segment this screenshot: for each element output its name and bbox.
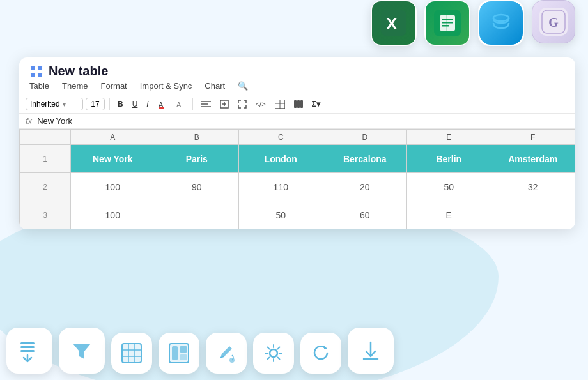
svg-rect-12 <box>31 66 35 70</box>
corner-cell <box>20 130 71 145</box>
card-title: New table <box>49 64 108 79</box>
svg-rect-28 <box>294 100 297 108</box>
svg-text:X: X <box>386 14 398 33</box>
download-icon-card[interactable] <box>348 328 394 374</box>
align-button[interactable] <box>197 99 214 109</box>
toolbar-sep-2 <box>192 98 193 110</box>
cell-f2[interactable]: 32 <box>491 173 575 201</box>
col-header-f[interactable]: F <box>491 130 575 145</box>
cell-b2[interactable]: 90 <box>155 173 239 201</box>
columns-button[interactable] <box>291 99 306 109</box>
cell-a1[interactable]: New York <box>71 145 155 173</box>
table-grid-icon-card[interactable] <box>111 333 152 374</box>
svg-point-8 <box>493 15 509 21</box>
bottom-floating-icons <box>6 328 394 374</box>
svg-text:G: G <box>548 15 559 29</box>
svg-point-47 <box>270 349 277 357</box>
table-row: 1 New York Paris London Bercalona Berlin… <box>20 145 575 173</box>
sheets-icon-card[interactable] <box>424 0 470 46</box>
table-button[interactable] <box>272 98 288 110</box>
expand-button[interactable] <box>235 98 250 110</box>
table-row: 3 100 50 60 E <box>20 201 575 229</box>
sheets-icon <box>426 1 469 45</box>
row-num-2: 2 <box>20 173 71 201</box>
font-size-input[interactable] <box>86 98 105 110</box>
cell-a3[interactable]: 100 <box>71 201 155 229</box>
col-header-c[interactable]: C <box>239 130 323 145</box>
svg-rect-15 <box>38 73 42 77</box>
refresh-icon-card[interactable] <box>300 333 341 374</box>
text-color-button[interactable]: A <box>173 98 188 110</box>
column-header-row: A B C D E F <box>20 130 575 145</box>
formula-value[interactable]: New York <box>37 116 72 126</box>
import-list-icon-card[interactable] <box>6 328 52 374</box>
cell-d3[interactable]: 60 <box>323 201 407 229</box>
database-icon-card[interactable] <box>478 0 524 46</box>
filter-icon-card[interactable] <box>59 328 105 374</box>
cell-b3[interactable] <box>155 201 239 229</box>
font-color-button[interactable]: A <box>155 98 170 110</box>
paint-bucket-icon-card[interactable] <box>206 333 247 374</box>
cell-a2[interactable]: 100 <box>71 173 155 201</box>
svg-rect-5 <box>442 22 453 24</box>
menu-theme[interactable]: Theme <box>62 81 88 91</box>
cell-c3[interactable]: 50 <box>239 201 323 229</box>
vertical-align-button[interactable] <box>217 98 232 110</box>
svg-rect-14 <box>31 73 35 77</box>
table-row: 2 100 90 110 20 50 32 <box>20 173 575 201</box>
cell-f3[interactable] <box>491 201 575 229</box>
menu-chart[interactable]: Chart <box>205 81 225 91</box>
menu-table[interactable]: Table <box>29 81 49 91</box>
font-selector[interactable]: Inherited ▾ <box>26 98 83 110</box>
menu-import-sync[interactable]: Import & Sync <box>140 81 192 91</box>
cell-d1[interactable]: Bercalona <box>323 145 407 173</box>
formula-label: fx <box>26 116 32 126</box>
mystery-icon-card[interactable]: G <box>532 0 575 43</box>
svg-rect-31 <box>20 342 35 344</box>
cell-c2[interactable]: 110 <box>239 173 323 201</box>
svg-marker-48 <box>324 346 328 349</box>
cell-d2[interactable]: 20 <box>323 173 407 201</box>
row-num-3: 3 <box>20 201 71 229</box>
cell-c1[interactable]: London <box>239 145 323 173</box>
svg-rect-32 <box>20 346 35 348</box>
cell-e1[interactable]: Berlin <box>407 145 491 173</box>
cell-e3[interactable]: E <box>407 201 491 229</box>
top-floating-icons: X G <box>371 0 575 46</box>
col-header-d[interactable]: D <box>323 130 407 145</box>
svg-rect-33 <box>20 350 35 352</box>
svg-rect-4 <box>442 19 453 20</box>
grid-icon <box>29 65 43 79</box>
menu-bar: Table Theme Format Import & Sync Chart 🔍 <box>19 81 575 95</box>
layout-icon-card[interactable] <box>159 333 199 374</box>
menu-format[interactable]: Format <box>101 81 127 91</box>
formula-bar: fx New York <box>19 114 575 129</box>
svg-rect-17 <box>159 107 164 109</box>
svg-rect-44 <box>180 346 187 353</box>
cell-e2[interactable]: 50 <box>407 173 491 201</box>
svg-rect-35 <box>122 344 141 363</box>
cell-b1[interactable]: Paris <box>155 145 239 173</box>
svg-marker-34 <box>73 344 91 359</box>
bold-button[interactable]: B <box>114 98 127 110</box>
col-header-a[interactable]: A <box>71 130 155 145</box>
excel-icon: X <box>372 1 415 45</box>
toolbar-sep-1 <box>109 98 110 110</box>
formula-button[interactable]: Σ▾ <box>309 98 323 110</box>
col-header-e[interactable]: E <box>407 130 491 145</box>
svg-rect-30 <box>300 100 303 108</box>
font-name: Inherited <box>30 100 60 109</box>
excel-icon-card[interactable]: X <box>371 0 417 46</box>
database-icon <box>479 1 523 45</box>
underline-button[interactable]: U <box>129 98 141 110</box>
cell-f1[interactable]: Amsterdam <box>491 145 575 173</box>
code-button[interactable]: </> <box>252 99 269 109</box>
col-header-b[interactable]: B <box>155 130 239 145</box>
toolbar: Inherited ▾ B U I A A </> Σ▾ <box>19 95 575 114</box>
svg-rect-6 <box>442 25 449 27</box>
spreadsheet-card: New table Table Theme Format Import & Sy… <box>19 57 575 229</box>
font-chevron: ▾ <box>63 101 66 108</box>
settings-spin-icon-card[interactable] <box>253 333 294 374</box>
italic-button[interactable]: I <box>143 98 151 110</box>
search-icon[interactable]: 🔍 <box>238 81 248 91</box>
